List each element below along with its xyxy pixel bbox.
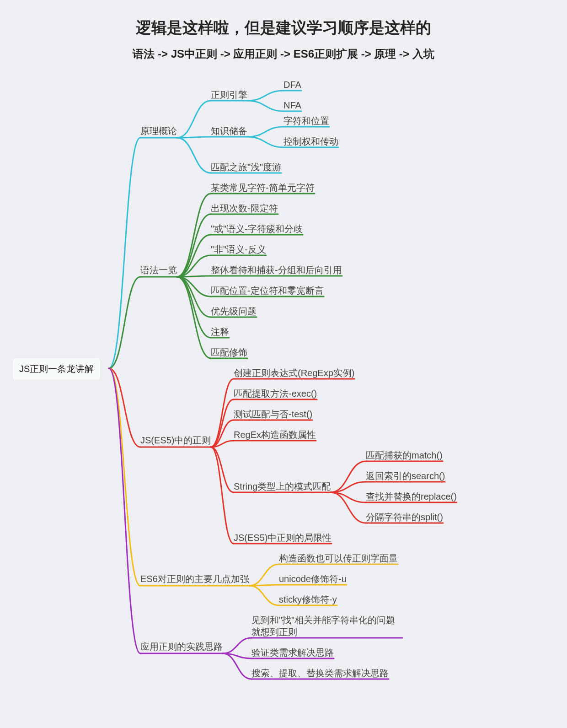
node-b2c9: 匹配修饰 — [211, 346, 247, 358]
node-b2c5: 整体看待和捕获-分组和后向引用 — [211, 264, 342, 276]
node-b1c3: 匹配之旅"浅"度游 — [211, 161, 281, 173]
node-b1c2: 知识储备 — [211, 125, 247, 137]
node-b1c2a: 字符和位置 — [284, 115, 329, 127]
page-title: 逻辑是这样啦，但是建议学习顺序是这样的 — [0, 17, 567, 38]
node-b2c2: 出现次数-限定符 — [211, 202, 278, 214]
node-b5c1: 见到和"找"相关并能字符串化的问题就想到正则 — [251, 614, 402, 638]
node-b2c4: "非"语义-反义 — [211, 243, 266, 255]
node-b4c1: 构造函数也可以传正则字面量 — [279, 552, 398, 564]
node-b3c5b: 返回索引的search() — [366, 470, 445, 482]
mindmap-canvas: 逻辑是这样啦，但是建议学习顺序是这样的 语法 -> JS中正则 -> 应用正则 … — [0, 0, 567, 728]
node-b2c1: 某类常见字符-简单元字符 — [211, 182, 315, 194]
node-b3c2: 匹配提取方法-exec() — [234, 388, 317, 399]
node-b1c1: 正则引擎 — [211, 89, 247, 101]
root-node: JS正则一条龙讲解 — [13, 358, 100, 380]
node-b2c3: "或"语义-字符簇和分歧 — [211, 223, 303, 235]
node-b3c5: String类型上的模式匹配 — [234, 480, 331, 492]
node-b2c6: 匹配位置-定位符和零宽断言 — [211, 285, 324, 297]
node-b3c4: RegEx构造函数属性 — [234, 429, 316, 441]
node-b3c5d: 分隔字符串的split() — [366, 511, 443, 523]
node-b4c3: sticky修饰符-y — [279, 593, 337, 605]
branch-b1: 原理概论 — [140, 125, 177, 137]
node-b3c6: JS(ES5)中正则的局限性 — [234, 532, 332, 544]
branch-b2: 语法一览 — [140, 264, 177, 276]
node-b3c5c: 查找并替换的replace() — [366, 491, 457, 502]
node-b3c1: 创建正则表达式(RegExp实例) — [234, 367, 354, 379]
node-b3c5a: 匹配捕获的match() — [366, 449, 443, 461]
node-b5c2: 验证类需求解决思路 — [251, 647, 334, 658]
branch-b4: ES6对正则的主要几点加强 — [140, 573, 249, 585]
node-b1c2b: 控制权和传动 — [284, 135, 338, 147]
branch-b3: JS(ES5)中的正则 — [140, 434, 211, 446]
node-b2c7: 优先级问题 — [211, 305, 257, 317]
page-subtitle: 语法 -> JS中正则 -> 应用正则 -> ES6正则扩展 -> 原理 -> … — [0, 47, 567, 61]
branch-b5: 应用正则的实践思路 — [140, 641, 223, 653]
node-b1c1b: NFA — [284, 99, 301, 111]
node-b3c3: 测试匹配与否-test() — [234, 408, 312, 420]
node-b1c1a: DFA — [284, 79, 301, 91]
node-b4c2: unicode修饰符-u — [279, 573, 347, 585]
node-b2c8: 注释 — [211, 326, 229, 338]
node-b5c3: 搜索、提取、替换类需求解决思路 — [251, 667, 389, 679]
